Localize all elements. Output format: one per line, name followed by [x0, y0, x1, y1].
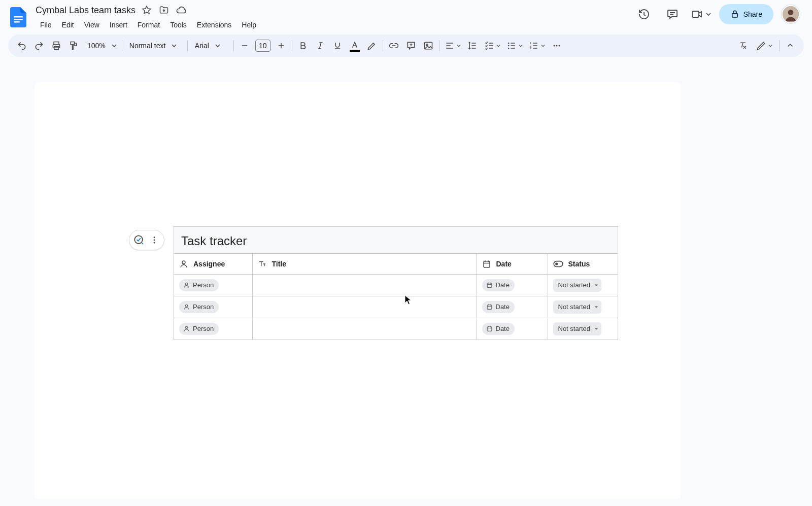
column-header-date[interactable]: Date — [477, 254, 548, 274]
svg-point-32 — [185, 326, 187, 328]
undo-button[interactable] — [13, 37, 30, 54]
align-button[interactable] — [442, 37, 464, 54]
chevron-down-icon — [215, 43, 220, 48]
date-chip[interactable]: Date — [482, 279, 515, 291]
menu-tools[interactable]: Tools — [165, 19, 191, 31]
page[interactable]: Task tracker Assignee Title — [35, 82, 681, 498]
date-chip-label: Date — [496, 303, 510, 311]
status-chip[interactable]: Not started — [553, 300, 602, 314]
history-icon[interactable] — [634, 4, 654, 24]
status-cell[interactable]: Not started — [548, 296, 618, 318]
svg-rect-0 — [14, 16, 23, 18]
increase-font-size-button[interactable] — [273, 37, 290, 54]
status-chip-label: Not started — [558, 281, 591, 289]
text-color-button[interactable] — [346, 37, 363, 54]
insert-image-button[interactable] — [420, 37, 437, 54]
comments-icon[interactable] — [662, 4, 683, 24]
block-overflow-button[interactable] — [147, 232, 162, 248]
person-chip-label: Person — [193, 325, 214, 332]
title-cell[interactable] — [252, 296, 477, 318]
column-header-status[interactable]: Status — [548, 254, 618, 274]
menu-bar: File Edit View Insert Format Tools Exten… — [36, 17, 261, 32]
date-cell[interactable]: Date — [477, 274, 548, 296]
title-cell[interactable] — [252, 318, 477, 340]
cloud-status-icon[interactable] — [175, 4, 187, 16]
person-chip[interactable]: Person — [179, 279, 219, 291]
lock-icon — [730, 10, 739, 19]
print-button[interactable] — [48, 37, 65, 54]
star-icon[interactable] — [141, 4, 153, 16]
paragraph-style-select[interactable]: Normal text — [124, 37, 185, 54]
date-cell[interactable]: Date — [477, 318, 548, 340]
svg-point-20 — [134, 235, 143, 244]
svg-point-23 — [154, 242, 155, 244]
svg-rect-26 — [554, 261, 563, 266]
column-header-title[interactable]: Title — [252, 254, 477, 274]
menu-edit[interactable]: Edit — [57, 19, 79, 31]
meet-button[interactable] — [691, 4, 711, 24]
menu-extensions[interactable]: Extensions — [192, 19, 236, 31]
chevron-down-icon — [594, 327, 598, 331]
format-toolbar: 100% Normal text Arial 123 — [8, 35, 804, 57]
status-chip[interactable]: Not started — [553, 279, 602, 292]
tracker-title[interactable]: Task tracker — [174, 227, 618, 254]
svg-point-18 — [556, 45, 557, 47]
status-chip[interactable]: Not started — [553, 322, 602, 335]
menu-file[interactable]: File — [36, 19, 56, 31]
redo-button[interactable] — [30, 37, 48, 54]
add-comment-button[interactable] — [402, 37, 420, 54]
paint-format-button[interactable] — [65, 37, 82, 54]
more-formatting-button[interactable] — [548, 37, 565, 54]
table-row: Person Date Not started — [174, 318, 618, 340]
person-chip-label: Person — [193, 281, 214, 289]
editing-mode-button[interactable] — [752, 37, 777, 54]
line-spacing-button[interactable] — [464, 37, 481, 54]
person-chip[interactable]: Person — [179, 301, 219, 313]
decrease-font-size-button[interactable] — [236, 37, 253, 54]
person-chip[interactable]: Person — [179, 323, 219, 335]
share-button[interactable]: Share — [719, 4, 773, 24]
highlight-color-button[interactable] — [363, 37, 381, 54]
checklist-button[interactable] — [481, 37, 503, 54]
move-icon[interactable] — [158, 4, 170, 16]
date-chip[interactable]: Date — [482, 323, 515, 335]
menu-format[interactable]: Format — [133, 19, 164, 31]
font-family-select[interactable]: Arial — [190, 37, 231, 54]
date-chip[interactable]: Date — [482, 301, 515, 313]
task-tracker-block[interactable]: Task tracker Assignee Title — [174, 226, 618, 340]
person-icon — [183, 282, 190, 288]
status-cell[interactable]: Not started — [548, 274, 618, 296]
italic-button[interactable] — [312, 37, 329, 54]
calendar-icon — [486, 282, 493, 288]
column-header-assignee[interactable]: Assignee — [174, 254, 252, 274]
menu-view[interactable]: View — [80, 19, 104, 31]
date-cell[interactable]: Date — [477, 296, 548, 318]
assignee-cell[interactable]: Person — [174, 318, 252, 340]
assignee-cell[interactable]: Person — [174, 296, 252, 318]
menu-insert[interactable]: Insert — [105, 19, 132, 31]
svg-point-28 — [185, 283, 187, 285]
person-icon — [179, 259, 188, 268]
svg-point-22 — [154, 240, 155, 241]
account-avatar[interactable] — [782, 5, 800, 23]
smart-chip-insert-button[interactable] — [131, 232, 147, 248]
status-chip-label: Not started — [558, 325, 591, 332]
numbered-list-button[interactable]: 123 — [526, 37, 548, 54]
font-size-input[interactable] — [255, 40, 270, 52]
zoom-select[interactable]: 100% — [82, 37, 120, 54]
docs-home-icon[interactable] — [8, 5, 28, 29]
svg-rect-31 — [487, 305, 492, 310]
insert-link-button[interactable] — [385, 37, 402, 54]
status-cell[interactable]: Not started — [548, 318, 618, 340]
assignee-cell[interactable]: Person — [174, 274, 252, 296]
svg-rect-25 — [484, 261, 490, 267]
title-cell[interactable] — [252, 274, 477, 296]
menu-help[interactable]: Help — [237, 19, 261, 31]
bold-button[interactable] — [294, 37, 312, 54]
clear-formatting-button[interactable] — [734, 37, 752, 54]
document-title[interactable]: Cymbal Labs team tasks — [36, 5, 136, 16]
underline-button[interactable] — [329, 37, 346, 54]
bulleted-list-button[interactable] — [503, 37, 526, 54]
chevron-down-icon — [541, 44, 545, 48]
collapse-toolbar-button[interactable] — [782, 37, 799, 54]
